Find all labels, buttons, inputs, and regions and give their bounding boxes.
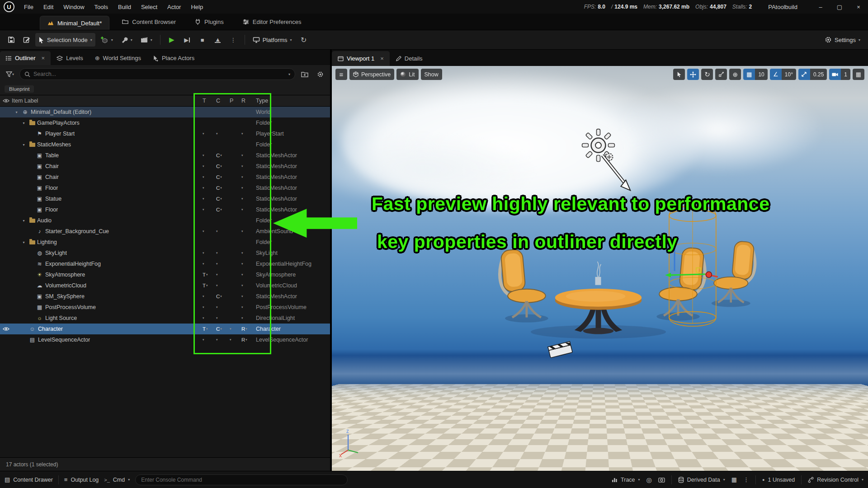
revision-control-dropdown[interactable]: Revision Control ▾ [808, 477, 863, 483]
column-t-cell[interactable]: ▾ [203, 295, 216, 298]
trace-dropdown[interactable]: Trace ▾ [612, 477, 640, 483]
outliner-row[interactable]: ▾ GamePlayActors Folder [0, 117, 330, 128]
chevron-down-icon[interactable]: ▾ [288, 72, 290, 76]
skip-button[interactable]: ▶ [180, 33, 194, 47]
outliner-row[interactable]: ▾ ☁ VolumetricCloud T▾ ▾ ▾ VolumetricClo… [0, 280, 330, 291]
sun-gizmo[interactable] [582, 129, 615, 162]
close-icon[interactable]: × [380, 55, 384, 62]
recompile-button[interactable]: ↻ [297, 33, 311, 47]
column-c-cell[interactable]: ▾ [216, 305, 230, 309]
item-label-column-header[interactable]: Item Label [12, 98, 203, 104]
tab-level-minimal-default[interactable]: Minimal_Default* [40, 16, 109, 30]
column-r-cell[interactable]: ▾ [241, 186, 256, 190]
outliner-row[interactable]: ▾ StaticMeshes Folder [0, 139, 330, 150]
column-r-cell[interactable]: ▾ [241, 305, 256, 309]
column-t-cell[interactable]: ▾ [203, 316, 216, 320]
viewport-canvas[interactable]: ≡ Perspective Lit Show [332, 66, 868, 471]
table-mesh[interactable] [531, 262, 666, 339]
tab-content-browser[interactable]: Content Browser [116, 14, 182, 30]
tab-levels[interactable]: Levels [51, 51, 89, 65]
column-r-cell[interactable]: ▾ [241, 295, 256, 298]
column-c-cell[interactable]: ▾ [216, 262, 230, 266]
column-t-cell[interactable]: ▾ [203, 175, 216, 179]
menu-item-window[interactable]: Window [58, 0, 89, 14]
tab-outliner[interactable]: Outliner × [0, 51, 51, 65]
column-c-cell[interactable]: C▾ [216, 196, 230, 202]
column-c-cell[interactable]: C▾ [216, 185, 230, 191]
column-c-cell[interactable]: C▾ [216, 207, 230, 212]
viewport-options-button[interactable]: ≡ [335, 69, 347, 80]
scale-tool-button[interactable] [715, 69, 727, 80]
column-r-cell[interactable]: ▾ [241, 251, 256, 255]
tab-details[interactable]: Details [390, 51, 429, 66]
cinematics-dropdown[interactable]: ▾ [137, 33, 156, 47]
column-r-cell[interactable]: ▾ [241, 175, 256, 179]
tab-world-settings[interactable]: ⊕ World Settings [89, 51, 147, 65]
outliner-row[interactable]: ▾ ▣ SM_SkySphere ▾ C▾ ▾ StaticMeshActor [0, 291, 330, 302]
column-c-cell[interactable]: ▾ [216, 316, 230, 320]
column-t-cell[interactable]: ▾ [203, 186, 216, 190]
column-c-cell[interactable]: ▾ [216, 284, 230, 287]
outliner-row[interactable]: ▾ ▣ Floor ▾ C▾ ▾ StaticMeshActor [0, 183, 330, 193]
column-c-cell[interactable]: ▾ [216, 338, 230, 342]
column-p-cell[interactable]: ▾ [230, 327, 241, 331]
play-button[interactable]: ▶ [165, 33, 179, 47]
column-header-type[interactable]: Type [256, 98, 330, 104]
menu-item-actor[interactable]: Actor [162, 0, 186, 14]
outliner-row[interactable]: ▾ ▦ PostProcessVolume ▾ ▾ ▾ PostProcessV… [0, 302, 330, 313]
clapperboard-actor[interactable] [548, 342, 572, 358]
outliner-row[interactable]: ▾ ☀ SkyAtmosphere T▾ ▾ ▾ SkyAtmosphere [0, 269, 330, 280]
outliner-row[interactable]: ▾ ▣ Chair ▾ C▾ ▾ StaticMeshActor [0, 161, 330, 172]
rotation-snap-value[interactable]: 10° [782, 69, 796, 80]
select-tool-button[interactable] [673, 69, 685, 80]
move-tool-button[interactable] [687, 69, 699, 80]
settings-dropdown[interactable]: Settings ▾ [821, 33, 863, 47]
column-t-cell[interactable]: T▾ [203, 272, 216, 277]
outliner-row[interactable]: ▾ ⊕ Minimal_Default (Editor) World [0, 107, 330, 117]
chair-mesh[interactable] [712, 241, 755, 307]
column-r-cell[interactable]: ▾ [241, 208, 256, 211]
expander-icon[interactable]: ▾ [14, 110, 19, 114]
column-c-cell[interactable]: ▾ [216, 132, 230, 136]
unreal-logo-icon[interactable]: U [4, 1, 14, 12]
column-header-r[interactable]: R [241, 98, 256, 104]
perspective-dropdown[interactable]: Perspective [349, 69, 394, 80]
column-t-cell[interactable]: ▾ [203, 338, 216, 342]
platforms-dropdown[interactable]: Platforms ▾ [250, 33, 295, 47]
column-c-cell[interactable]: C▾ [216, 174, 230, 180]
console-command-input[interactable] [135, 474, 348, 485]
column-t-cell[interactable]: T▾ [203, 283, 216, 288]
outliner-row[interactable]: ▾ Lighting Folder [0, 237, 330, 248]
column-r-cell[interactable]: ▾ [241, 132, 256, 136]
filter-chip-blueprint[interactable]: Blueprint [5, 85, 34, 93]
outliner-row[interactable]: ▾ ▤ LevelSequenceActor ▾ ▾ ▾ R▾ LevelSeq… [0, 334, 330, 345]
chair-mesh[interactable] [500, 249, 548, 323]
outliner-row[interactable]: ▾ ▣ Chair ▾ C▾ ▾ StaticMeshActor [0, 172, 330, 183]
column-r-cell[interactable]: R▾ [241, 326, 256, 332]
close-icon[interactable]: × [42, 55, 45, 61]
lit-dropdown[interactable]: Lit [396, 69, 418, 80]
more-options-button[interactable]: ⋮ [743, 476, 749, 483]
tab-viewport-1[interactable]: Viewport 1 × [332, 51, 390, 66]
menu-item-help[interactable]: Help [186, 0, 208, 14]
column-t-cell[interactable]: ▾ [203, 208, 216, 211]
selection-mode-dropdown[interactable]: Selection Mode ▾ [35, 33, 95, 47]
play-options-button[interactable]: ⋮ [226, 33, 240, 47]
column-r-cell[interactable]: ▾ [241, 284, 256, 287]
menu-item-select[interactable]: Select [136, 0, 162, 14]
show-dropdown[interactable]: Show [421, 69, 442, 80]
outliner-row[interactable]: ▾ ♪ Starter_Background_Cue ▾ ▾ ▾ Ambient… [0, 226, 330, 237]
outliner-settings-button[interactable] [314, 68, 326, 80]
eject-button[interactable]: ▲ [211, 33, 225, 47]
grid-snap-value[interactable]: 10 [755, 69, 767, 80]
column-t-cell[interactable]: ▾ [203, 132, 216, 136]
column-r-cell[interactable]: ▾ [241, 197, 256, 201]
expander-icon[interactable]: ▾ [21, 143, 27, 147]
menu-item-tools[interactable]: Tools [90, 0, 113, 14]
menu-item-edit[interactable]: Edit [38, 0, 58, 14]
column-t-cell[interactable]: ▾ [203, 154, 216, 157]
column-r-cell[interactable]: ▾ [241, 154, 256, 157]
column-header-p[interactable]: P [230, 98, 241, 104]
column-t-cell[interactable]: ▾ [203, 262, 216, 266]
outliner-row[interactable]: ▾ ≋ ExponentialHeightFog ▾ ▾ ▾ Exponenti… [0, 258, 330, 269]
